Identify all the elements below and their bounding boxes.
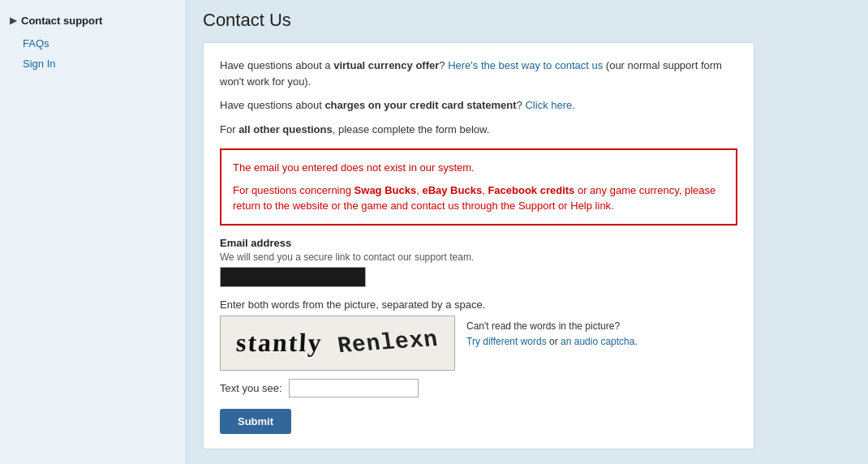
captcha-audio[interactable]: an audio captcha xyxy=(561,336,634,347)
captcha-help: Can't read the words in the picture? Try… xyxy=(466,316,638,350)
email-field-section: Email address We will send you a secure … xyxy=(220,237,737,287)
text-see-label: Text you see: xyxy=(220,382,282,394)
error-line1: The email you entered does not exist in … xyxy=(233,160,724,176)
intro-other-bold: all other questions xyxy=(238,123,333,135)
captcha-or: or xyxy=(547,336,561,347)
captcha-help-before: Can't read the words in the picture? xyxy=(466,320,620,332)
error-box: The email you entered does not exist in … xyxy=(220,148,737,226)
intro-other-before: For xyxy=(220,123,238,135)
content-box: Have questions about a virtual currency … xyxy=(203,42,754,449)
error-fbcredits: Facebook credits xyxy=(488,184,574,196)
intro-cc-before: Have questions about xyxy=(220,99,324,111)
captcha-row: stantly Renlexn Can't read the words in … xyxy=(220,316,737,371)
intro-other-after: , please complete the form below. xyxy=(333,123,490,135)
captcha-try-different[interactable]: Try different words xyxy=(466,336,547,347)
intro-cc-after: ? xyxy=(517,99,522,111)
submit-button[interactable]: Submit xyxy=(220,409,291,434)
captcha-word1: stantly xyxy=(235,328,323,358)
page-title: Contact Us xyxy=(203,10,852,31)
sidebar-link-signin[interactable]: Sign In xyxy=(0,54,186,74)
error-swagbucks: Swag Bucks xyxy=(355,184,417,196)
main-content: Contact Us Have questions about a virtua… xyxy=(187,0,868,464)
intro-vc-before: Have questions about a xyxy=(220,59,333,71)
captcha-section: Enter both words from the picture, separ… xyxy=(220,299,737,397)
error-l2-before: For questions concerning xyxy=(233,184,355,196)
error-ebaybucks: eBay Bucks xyxy=(422,184,482,196)
captcha-label: Enter both words from the picture, separ… xyxy=(220,299,737,311)
sidebar-link-faqs[interactable]: FAQs xyxy=(0,33,186,54)
sidebar-item-contact: ▶ Contact support xyxy=(0,8,186,33)
captcha-image: stantly Renlexn xyxy=(220,316,455,371)
email-sublabel: We will send you a secure link to contac… xyxy=(220,251,737,263)
intro-cc-period: . xyxy=(572,99,575,111)
intro-cc-link[interactable]: Click here xyxy=(525,99,572,111)
error-line2: For questions concerning Swag Bucks, eBa… xyxy=(233,183,724,214)
intro-virtual-currency: Have questions about a virtual currency … xyxy=(220,58,737,89)
intro-vc-bold: virtual currency offer xyxy=(333,59,439,71)
sidebar-contact-label: Contact support xyxy=(21,15,102,27)
intro-other: For all other questions, please complete… xyxy=(220,122,737,138)
intro-vc-q: ? xyxy=(439,59,445,71)
email-label: Email address xyxy=(220,237,737,249)
sidebar-arrow-icon: ▶ xyxy=(10,15,16,26)
intro-vc-link[interactable]: Here's the best way to contact us xyxy=(448,59,603,71)
intro-credit-card: Have questions about charges on your cre… xyxy=(220,97,737,114)
captcha-text-see-row: Text you see: xyxy=(220,379,737,397)
sidebar: ▶ Contact support FAQs Sign In xyxy=(0,0,187,464)
captcha-word2: Renlexn xyxy=(336,327,440,359)
email-input[interactable] xyxy=(220,267,366,287)
captcha-text-input[interactable] xyxy=(289,379,419,397)
intro-cc-bold: charges on your credit card statement xyxy=(324,99,516,111)
